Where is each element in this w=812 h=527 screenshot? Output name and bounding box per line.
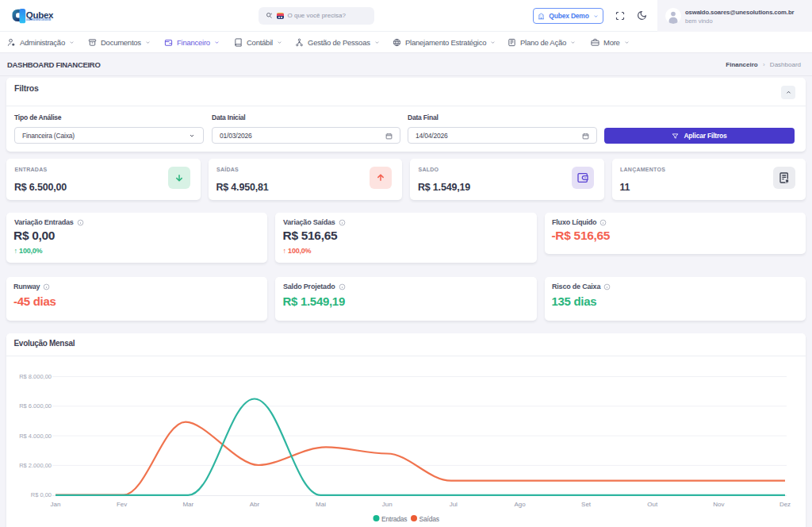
svg-text:Entradas: Entradas [381,515,407,523]
svg-text:Jan: Jan [51,501,61,508]
svg-text:A SUA GESTÃO SIMPLES COMO DEVE: A SUA GESTÃO SIMPLES COMO DEVE SER [26,17,51,21]
svg-text:Mai: Mai [316,501,326,508]
svg-text:R$ 4.000,00: R$ 4.000,00 [19,433,52,440]
svg-text:Dez: Dez [779,501,791,508]
svg-text:Out: Out [647,501,658,508]
svg-text:Mar: Mar [182,501,193,508]
svg-text:Ago: Ago [514,501,526,508]
svg-text:Saídas: Saídas [419,515,439,523]
svg-text:Nov: Nov [713,501,724,508]
svg-text:Jun: Jun [382,501,393,508]
svg-text:R$ 6.000,00: R$ 6.000,00 [19,402,52,410]
svg-text:R$ 0,00: R$ 0,00 [31,491,52,498]
svg-text:Fev: Fev [117,501,127,508]
svg-text:R$ 8.000,00: R$ 8.000,00 [19,373,52,380]
svg-text:Abr: Abr [250,501,260,508]
svg-text:Jul: Jul [450,501,458,508]
svg-text:R$ 2.000,00: R$ 2.000,00 [19,462,52,469]
svg-text:Set: Set [581,501,592,508]
